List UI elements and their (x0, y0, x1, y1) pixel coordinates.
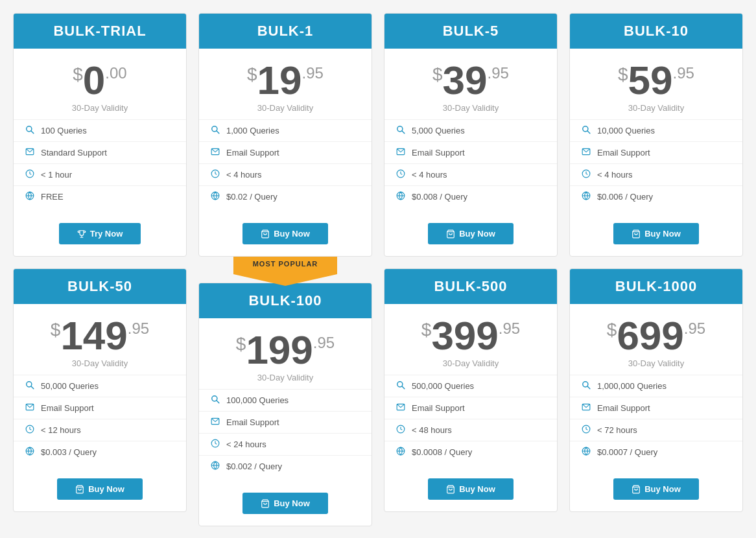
features-list: 1,000 Queries Email Support < 4 hours $0… (199, 119, 372, 214)
feature-text: 10,000 Queries (597, 126, 655, 135)
most-popular-badge: MOST POPULAR (233, 257, 337, 286)
plan-card-wrapper-bulk-trial: BULK-TRIAL $ 0 .00 30-Day Validity 100 Q… (13, 13, 187, 257)
price-cents: .95 (499, 321, 520, 336)
price-amount: $ 0 .00 (20, 60, 180, 100)
feature-item: Standard Support (14, 141, 186, 163)
globe-icon (395, 447, 407, 458)
price-cents: .95 (684, 321, 705, 336)
feature-text: 500,000 Queries (412, 381, 474, 391)
globe-icon (580, 447, 592, 458)
feature-text: 1,000 Queries (226, 126, 279, 135)
feature-item: $0.002 / Query (199, 455, 372, 477)
feature-item: < 1 hour (14, 163, 186, 185)
action-button-bulk-500[interactable]: Buy Now (428, 478, 514, 500)
clock-icon (395, 425, 407, 436)
feature-item: < 4 hours (384, 163, 557, 185)
price-section: $ 149 .95 30-Day Validity (14, 304, 186, 375)
price-cents: .00 (105, 65, 126, 81)
clock-icon (209, 439, 221, 450)
btn-section: Buy Now (384, 469, 557, 511)
feature-text: 1,000,000 Queries (597, 381, 667, 391)
btn-section: Buy Now (384, 214, 557, 256)
btn-section: Buy Now (14, 469, 186, 511)
svg-line-21 (587, 131, 590, 134)
svg-line-42 (402, 386, 405, 389)
action-button-bulk-100[interactable]: Buy Now (242, 493, 328, 514)
feature-item: < 48 hours (384, 419, 557, 441)
svg-line-14 (402, 131, 405, 134)
features-list: 5,000 Queries Email Support < 4 hours $0… (384, 119, 557, 214)
feature-text: < 24 hours (226, 439, 266, 449)
feature-text: < 4 hours (226, 170, 262, 180)
action-button-bulk-1[interactable]: Buy Now (242, 223, 328, 244)
btn-section: Buy Now (199, 214, 372, 256)
search-icon (395, 125, 407, 136)
feature-text: Email Support (226, 148, 279, 158)
price-main: 149 (60, 316, 127, 356)
svg-line-28 (31, 386, 34, 389)
price-main: 19 (257, 60, 302, 100)
price-amount: $ 59 .95 (576, 60, 736, 100)
plan-header-bulk-1: BULK-1 (199, 14, 372, 49)
feature-text: $0.02 / Query (226, 192, 278, 202)
feature-text: 50,000 Queries (41, 381, 99, 391)
clock-icon (580, 169, 592, 180)
price-amount: $ 149 .95 (20, 316, 180, 356)
support-icon (580, 147, 592, 158)
plan-card-wrapper-bulk-5: BULK-5 $ 39 .95 30-Day Validity 5,000 Qu… (384, 13, 558, 257)
feature-text: $0.003 / Query (41, 447, 97, 457)
plan-card-bulk-trial: BULK-TRIAL $ 0 .00 30-Day Validity 100 Q… (13, 13, 187, 257)
price-dollar: $ (421, 321, 432, 339)
feature-text: Email Support (412, 148, 465, 158)
price-section: $ 699 .95 30-Day Validity (570, 304, 742, 375)
pricing-grid: BULK-TRIAL $ 0 .00 30-Day Validity 100 Q… (13, 13, 743, 526)
feature-text: < 12 hours (41, 425, 81, 435)
feature-item: Email Support (570, 397, 742, 419)
feature-item: 1,000,000 Queries (570, 375, 742, 397)
action-button-bulk-1000[interactable]: Buy Now (613, 478, 699, 500)
svg-line-1 (31, 131, 34, 134)
feature-item: 100,000 Queries (199, 389, 372, 411)
price-validity: 30-Day Validity (576, 358, 736, 368)
feature-text: 100,000 Queries (226, 395, 289, 405)
price-validity: 30-Day Validity (391, 103, 550, 113)
feature-item: 100 Queries (14, 119, 186, 141)
svg-line-49 (587, 386, 590, 389)
price-validity: 30-Day Validity (206, 103, 365, 113)
support-icon (24, 147, 36, 158)
price-amount: $ 399 .95 (391, 316, 550, 356)
feature-text: < 72 hours (597, 425, 637, 435)
price-validity: 30-Day Validity (206, 373, 365, 382)
plan-card-wrapper-bulk-100: MOST POPULAR BULK-100 $ 199 .95 30-Day V… (198, 268, 372, 526)
feature-item: Email Support (384, 141, 557, 163)
plan-card-wrapper-bulk-500: BULK-500 $ 399 .95 30-Day Validity 500,0… (384, 268, 558, 526)
clock-icon (395, 169, 407, 180)
support-icon (24, 403, 36, 414)
clock-icon (209, 169, 221, 180)
features-list: 500,000 Queries Email Support < 48 hours… (384, 375, 557, 469)
price-dollar: $ (247, 65, 257, 84)
price-amount: $ 199 .95 (206, 330, 365, 370)
search-icon (580, 125, 592, 136)
feature-text: Email Support (41, 403, 94, 413)
price-main: 39 (443, 60, 488, 100)
plan-header-bulk-trial: BULK-TRIAL (14, 14, 186, 49)
price-validity: 30-Day Validity (20, 103, 180, 113)
plan-header-bulk-500: BULK-500 (384, 269, 557, 304)
plan-card-bulk-500: BULK-500 $ 399 .95 30-Day Validity 500,0… (384, 268, 558, 512)
feature-item: 1,000 Queries (199, 119, 372, 141)
support-icon (395, 147, 407, 158)
price-amount: $ 39 .95 (391, 60, 550, 100)
action-button-bulk-10[interactable]: Buy Now (613, 223, 699, 244)
price-dollar: $ (73, 65, 83, 84)
features-list: 100 Queries Standard Support < 1 hour FR… (14, 119, 186, 214)
feature-text: $0.008 / Query (412, 192, 467, 202)
feature-item: Email Support (14, 397, 186, 419)
action-button-bulk-trial[interactable]: Try Now (59, 223, 141, 244)
action-button-bulk-5[interactable]: Buy Now (428, 223, 514, 244)
feature-item: < 4 hours (199, 163, 372, 185)
action-button-bulk-50[interactable]: Buy Now (57, 478, 143, 500)
price-main: 399 (431, 316, 498, 356)
feature-item: 500,000 Queries (384, 375, 557, 397)
globe-icon (209, 461, 221, 472)
